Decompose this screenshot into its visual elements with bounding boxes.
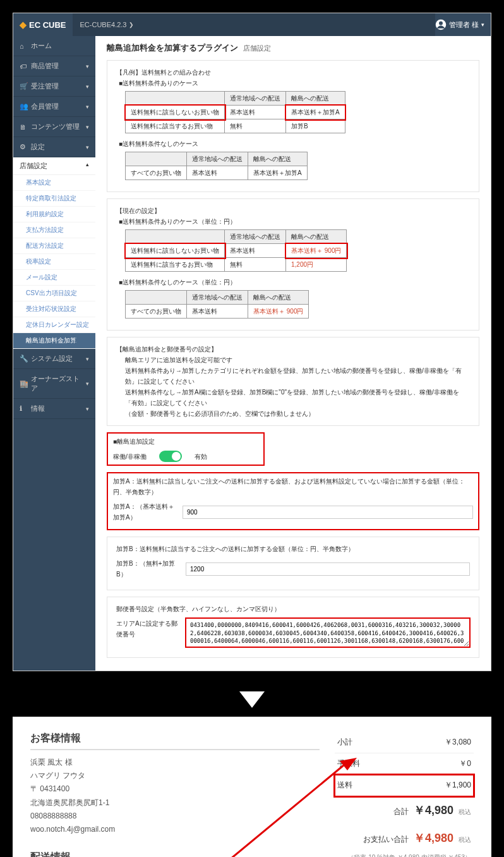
- toggle-label: 稼働/非稼働: [113, 451, 147, 462]
- sidebar-sub-orderstatus[interactable]: 受注対応状況設定: [13, 301, 95, 317]
- description-section: 【離島追加料金と郵便番号の設定】 離島エリアに追加送料を設定可能です 送料無料条…: [107, 337, 479, 426]
- chevron-down-icon: ▾: [86, 63, 89, 70]
- tax-suffix: 税込: [459, 808, 471, 817]
- island-toggle-label: ■離島追加設定: [113, 436, 258, 447]
- chevron-down-icon: ▾: [86, 144, 89, 150]
- triangle-down-icon: [239, 691, 265, 708]
- home-icon: ⌂: [20, 42, 27, 50]
- svg-marker-4: [340, 758, 357, 770]
- island-toggle-section: ■離島追加設定 稼働/非稼働 有効: [107, 432, 265, 466]
- add-a-desc: 加算A：送料無料に該当しないご注文への送料に加算する金額、および送料無料設定して…: [113, 476, 473, 497]
- sidebar-home[interactable]: ⌂ホーム: [13, 36, 95, 56]
- admin-main: 離島追加料金を加算するプラグイン 店舗設定 【凡例】送料無料との組み合わせ ■送…: [95, 36, 491, 671]
- add-a-input[interactable]: [183, 506, 473, 519]
- current-table2: 通常地域への配送離島への配送 すべてのお買い物基本送料基本送料＋ 900円: [125, 290, 309, 319]
- cart-icon: 🛒: [20, 82, 27, 90]
- sidebar-info[interactable]: ℹ情報▾: [13, 399, 95, 419]
- sidebar-system[interactable]: 🔧システム設定▾: [13, 349, 95, 369]
- brand-logo: ◆ EC CUBE: [20, 20, 66, 30]
- chevron-down-icon: ▾: [86, 124, 89, 130]
- example-case1-label: ■送料無料条件ありのケース: [116, 78, 470, 88]
- total-label: 合計: [393, 806, 409, 817]
- zip-desc: 郵便番号設定（半角数字、ハイフンなし、カンマ区切り）: [116, 604, 470, 614]
- sidebar-sub-island-fee[interactable]: 離島追加料金加算: [13, 333, 95, 349]
- enable-toggle[interactable]: [159, 451, 182, 462]
- chevron-down-icon: ▾: [86, 406, 89, 412]
- desc-line: 送料無料条件なし→加算A欄に金額を登録、加算B欄に"0"を登録、加算したい地域の…: [125, 387, 470, 408]
- zip-section: 郵便番号設定（半角数字、ハイフンなし、カンマ区切り） エリアAに設定する郵便番号: [107, 597, 479, 658]
- shipping-fee-value: ￥1,900: [445, 780, 471, 791]
- sidebar-sub-csv[interactable]: CSV出力項目設定: [13, 286, 95, 301]
- current-case1-label: ■送料無料条件ありのケース（単位：円）: [116, 216, 470, 227]
- desc-heading: 【離島追加料金と郵便番号の設定】: [116, 344, 470, 355]
- sidebar-owners[interactable]: 🏬オーナーズストア▾: [13, 369, 95, 399]
- pay-total-label: お支払い合計: [363, 834, 409, 845]
- pay-total-value: ￥4,980: [414, 830, 453, 846]
- sidebar-sub-sct[interactable]: 特定商取引法設定: [13, 191, 95, 207]
- zip-label: エリアAに設定する郵便番号: [116, 618, 186, 640]
- total-value: ￥4,980: [414, 803, 453, 818]
- sidebar: ⌂ホーム 🏷商品管理▾ 🛒受注管理▾ 👥会員管理▾ 🗎コンテンツ管理▾ ⚙設定▾…: [13, 36, 95, 671]
- add-b-label: 加算B：（無料+加算B）: [116, 558, 186, 580]
- file-icon: 🗎: [20, 123, 27, 131]
- sidebar-sub-delivery[interactable]: 配送方法設定: [13, 238, 95, 254]
- zip-input[interactable]: [186, 618, 470, 647]
- version-label[interactable]: EC-CUBE4.2.3 ❯: [73, 13, 435, 36]
- desc-line: 離島エリアに追加送料を設定可能です: [125, 355, 470, 365]
- sidebar-sub-calendar[interactable]: 定休日カレンダー設定: [13, 317, 95, 333]
- sidebar-sub-head[interactable]: 店舗設定▴: [13, 157, 95, 175]
- svg-line-3: [66, 762, 347, 857]
- user-icon: [435, 19, 447, 30]
- svg-marker-2: [239, 691, 265, 708]
- customer-info-heading: お客様情報: [30, 732, 320, 750]
- current-table1: 通常地域への配送離島への配送 送料無料に該当しないお買い物基本送料基本送料＋ 9…: [125, 229, 347, 272]
- add-a-section: 加算A：送料無料に該当しないご注文への送料に加算する金額、および送料無料設定して…: [107, 472, 479, 530]
- subtotal-label: 小計: [337, 737, 352, 748]
- chevron-down-icon: ▾: [481, 21, 484, 28]
- svg-point-1: [439, 21, 443, 25]
- toggle-state: 有効: [195, 451, 207, 462]
- current-heading: 【現在の設定】: [116, 205, 470, 216]
- sidebar-setting-sub: 店舗設定▴ 基本設定 特定商取引法設定 利用規約設定 支払方法設定 配送方法設定…: [13, 157, 95, 349]
- chevron-down-icon: ▾: [86, 356, 89, 362]
- chevron-down-icon: ▾: [86, 380, 89, 387]
- add-b-section: 加算B：送料無料に該当するご注文への送料に加算する金額（単位：円、半角数字） 加…: [107, 537, 479, 590]
- fee-value: ￥0: [459, 758, 471, 769]
- sidebar-product[interactable]: 🏷商品管理▾: [13, 56, 95, 76]
- chevron-down-icon: ▾: [86, 83, 89, 90]
- subtotal-value: ￥3,080: [445, 737, 471, 748]
- annotation-arrow: [57, 755, 360, 857]
- example-heading: 【凡例】送料無料との組み合わせ: [116, 67, 470, 78]
- example-table1: 通常地域への配送離島への配送 送料無料に該当しないお買い物基本送料基本送料＋加算…: [125, 91, 345, 133]
- sidebar-order[interactable]: 🛒受注管理▾: [13, 76, 95, 97]
- sidebar-sub-basic[interactable]: 基本設定: [13, 175, 95, 191]
- cube-icon: ◆: [20, 20, 27, 30]
- example-table2: 通常地域への配送離島への配送 すべてのお買い物基本送料基本送料＋加算A: [125, 152, 308, 180]
- add-b-desc: 加算B：送料無料に該当するご注文への送料に加算する金額（単位：円、半角数字）: [116, 544, 470, 554]
- checkout-panel: お客様情報 浜栗 風太 様 ハマグリ フウタ 〒 0431400 北海道奥尻郡奥…: [13, 717, 491, 857]
- sidebar-content[interactable]: 🗎コンテンツ管理▾: [13, 117, 95, 137]
- tag-icon: 🏷: [20, 63, 27, 70]
- current-case2-label: ■送料無料条件なしのケース（単位：円）: [116, 277, 470, 288]
- desc-line: 送料無料条件あり→加算したカテゴリにそれぞれ金額を登録、加算したい地域の郵便番号…: [125, 365, 470, 387]
- sidebar-sub-mail[interactable]: メール設定: [13, 270, 95, 286]
- sidebar-setting[interactable]: ⚙設定▾: [13, 137, 95, 157]
- sidebar-sub-terms[interactable]: 利用規約設定: [13, 207, 95, 222]
- users-icon: 👥: [20, 102, 27, 111]
- admin-top-bar: ◆ EC CUBE EC-CUBE4.2.3 ❯ 管理者 様 ▾: [13, 13, 491, 36]
- sidebar-sub-tax[interactable]: 税率設定: [13, 254, 95, 270]
- wrench-icon: 🔧: [20, 355, 27, 363]
- info-icon: ℹ: [20, 404, 27, 413]
- user-menu[interactable]: 管理者 様 ▾: [435, 19, 484, 30]
- tax-suffix: 税込: [459, 836, 471, 844]
- add-b-input[interactable]: [186, 562, 470, 576]
- desc-line: （金額・郵便番号ともに必須項目のため、空欄では作動しません）: [125, 408, 470, 419]
- current-section: 【現在の設定】 ■送料無料条件ありのケース（単位：円） 通常地域への配送離島への…: [107, 198, 479, 331]
- add-a-label: 加算A：（基本送料＋加算A）: [113, 501, 183, 523]
- down-arrow: [0, 684, 504, 717]
- page-title: 離島追加料金を加算するプラグイン 店舗設定: [107, 42, 479, 54]
- sidebar-member[interactable]: 👥会員管理▾: [13, 97, 95, 117]
- chevron-up-icon: ▴: [86, 161, 89, 171]
- example-case2-label: ■送料無料条件なしのケース: [116, 138, 470, 149]
- sidebar-sub-payment[interactable]: 支払方法設定: [13, 222, 95, 238]
